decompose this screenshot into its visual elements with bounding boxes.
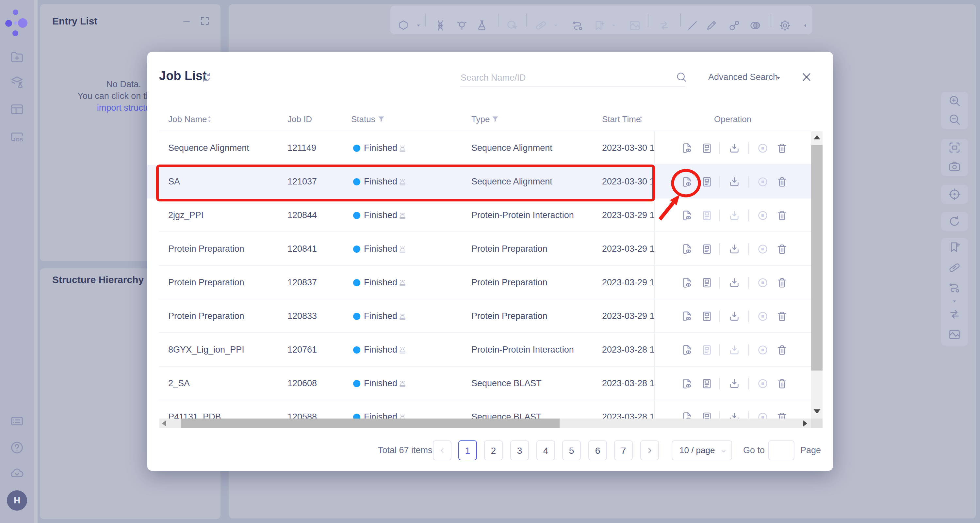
- status-alarm-icon[interactable]: [397, 210, 408, 221]
- download-icon[interactable]: [728, 377, 741, 390]
- caret-down-filled-icon[interactable]: [951, 298, 958, 304]
- table-row[interactable]: 2_SA120608FinishedSequence BLAST2023-03-…: [147, 367, 811, 400]
- bond-link-icon[interactable]: [728, 19, 741, 32]
- route-path-icon[interactable]: [571, 19, 584, 32]
- prev-page-button[interactable]: [433, 441, 452, 460]
- scroll-right-icon[interactable]: [803, 420, 807, 427]
- job-log-icon[interactable]: [701, 310, 713, 323]
- swap-route-icon[interactable]: [948, 307, 961, 321]
- pencil-edit-icon[interactable]: [705, 19, 718, 32]
- next-page-button[interactable]: [640, 441, 659, 460]
- delete-trash-icon[interactable]: [776, 310, 788, 323]
- delete-trash-icon[interactable]: [776, 344, 788, 356]
- line-draw-icon[interactable]: [686, 19, 699, 32]
- status-alarm-icon[interactable]: [397, 378, 408, 389]
- download-icon[interactable]: [728, 277, 741, 289]
- structure-hexagon-icon[interactable]: [397, 19, 410, 32]
- map-image-icon[interactable]: [948, 328, 961, 341]
- delete-trash-icon[interactable]: [776, 243, 788, 255]
- zoom-in-icon[interactable]: [948, 94, 961, 108]
- status-alarm-icon[interactable]: [397, 277, 408, 288]
- download-icon[interactable]: [728, 142, 741, 154]
- delete-trash-icon[interactable]: [776, 209, 788, 222]
- job-log-icon[interactable]: [701, 142, 713, 154]
- session-list-icon[interactable]: [10, 414, 24, 429]
- funnel-icon[interactable]: [377, 114, 386, 124]
- table-row[interactable]: Sequence Alignment121149FinishedSequence…: [147, 131, 811, 165]
- job-log-icon[interactable]: [701, 377, 713, 390]
- scroll-up-icon[interactable]: [814, 135, 820, 139]
- scroll-down-icon[interactable]: [814, 409, 820, 414]
- page-button-4[interactable]: 4: [536, 441, 555, 460]
- close-icon[interactable]: [800, 71, 813, 83]
- page-button-7[interactable]: 7: [614, 441, 633, 460]
- download-icon[interactable]: [728, 310, 741, 323]
- table-row[interactable]: 2jgz_PPI120844FinishedProtein-Protein In…: [147, 198, 811, 232]
- caret-down-icon[interactable]: [775, 75, 782, 81]
- reset-refresh-icon[interactable]: [948, 214, 961, 228]
- venn-circles-icon[interactable]: [749, 19, 762, 32]
- delete-trash-icon[interactable]: [776, 142, 788, 154]
- download-icon[interactable]: [728, 243, 741, 255]
- page-size-select[interactable]: 10 / page: [671, 441, 732, 460]
- scroll-left-icon[interactable]: [162, 420, 166, 427]
- table-row[interactable]: SA121037FinishedSequence Alignment2023-0…: [147, 165, 811, 198]
- status-alarm-icon[interactable]: [397, 345, 408, 355]
- page-button-1[interactable]: 1: [458, 441, 477, 460]
- measure-capsule-icon[interactable]: [948, 261, 961, 274]
- download-icon[interactable]: [728, 176, 741, 188]
- file-view-icon[interactable]: [681, 277, 693, 289]
- molecule-ring-icon[interactable]: [455, 19, 468, 32]
- status-alarm-icon[interactable]: [397, 311, 408, 322]
- focus-target-icon[interactable]: [948, 187, 961, 201]
- job-log-icon[interactable]: [701, 277, 713, 289]
- table-row[interactable]: 8GYX_Lig_ion_PPI120761FinishedProtein-Pr…: [147, 333, 811, 367]
- file-view-icon[interactable]: [681, 209, 693, 222]
- add-entry-folder-icon[interactable]: [10, 50, 24, 65]
- search-icon[interactable]: [676, 71, 687, 83]
- snapshot-camera-icon[interactable]: [948, 160, 961, 173]
- funnel-icon[interactable]: [491, 114, 500, 124]
- fullscreen-icon[interactable]: [200, 16, 210, 26]
- col-status[interactable]: Status: [351, 108, 375, 131]
- page-button-6[interactable]: 6: [588, 441, 607, 460]
- job-list-badge-icon[interactable]: JOB: [10, 130, 24, 145]
- col-job-name[interactable]: Job Name: [168, 108, 207, 131]
- settings-gear-icon[interactable]: [778, 19, 792, 32]
- vertical-scroll-thumb[interactable]: [811, 145, 822, 371]
- table-row[interactable]: Protein Preparation120833FinishedProtein…: [147, 300, 811, 333]
- status-alarm-icon[interactable]: [397, 143, 408, 154]
- refresh-icon[interactable]: [200, 71, 212, 83]
- col-type[interactable]: Type: [471, 108, 490, 131]
- dna-icon[interactable]: [434, 19, 447, 32]
- file-view-icon[interactable]: [681, 176, 693, 188]
- measure-capsule-icon[interactable]: [535, 19, 547, 32]
- avatar[interactable]: H: [7, 490, 27, 510]
- table-row[interactable]: Protein Preparation120841FinishedProtein…: [147, 232, 811, 266]
- status-alarm-icon[interactable]: [397, 177, 408, 187]
- status-alarm-icon[interactable]: [397, 244, 408, 254]
- delete-trash-icon[interactable]: [776, 377, 788, 390]
- col-start-time[interactable]: Start Time: [602, 108, 641, 131]
- file-view-icon[interactable]: [681, 142, 693, 154]
- job-log-icon[interactable]: [701, 176, 713, 188]
- delete-trash-icon[interactable]: [776, 176, 788, 188]
- search-input[interactable]: [460, 70, 664, 86]
- job-log-icon[interactable]: [701, 243, 713, 255]
- map-image-icon[interactable]: [628, 19, 641, 32]
- minimize-icon[interactable]: [181, 16, 191, 26]
- zoom-out-icon[interactable]: [948, 113, 961, 126]
- fit-view-icon[interactable]: [948, 141, 961, 154]
- caret-down-filled-icon[interactable]: [611, 22, 617, 29]
- cloud-sync-icon[interactable]: [10, 466, 24, 481]
- horizontal-scroll-thumb[interactable]: [181, 418, 560, 428]
- bookmark-add-icon[interactable]: [948, 240, 961, 254]
- help-circle-icon[interactable]: [10, 440, 24, 455]
- circle-select-icon[interactable]: [506, 19, 519, 32]
- pipeline-flask-icon[interactable]: [10, 74, 24, 89]
- table-row[interactable]: Protein Preparation120837FinishedProtein…: [147, 266, 811, 300]
- advanced-search-button[interactable]: Advanced Search: [708, 72, 778, 82]
- page-button-5[interactable]: 5: [562, 441, 581, 460]
- table-view-icon[interactable]: [10, 102, 24, 117]
- goto-page-input[interactable]: [768, 441, 794, 460]
